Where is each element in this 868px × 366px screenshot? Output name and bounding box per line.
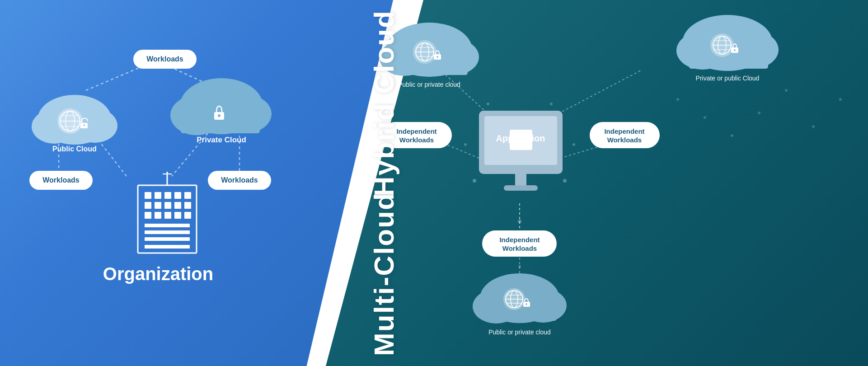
- svg-point-17: [83, 124, 85, 126]
- divider-text-area: Hybrid Cloud Multi-Cloud: [334, 0, 434, 366]
- svg-point-65: [785, 89, 788, 92]
- workloads-left-label: Workloads: [42, 176, 80, 184]
- svg-point-56: [572, 143, 575, 146]
- svg-point-57: [487, 103, 489, 105]
- svg-line-0: [86, 66, 145, 90]
- ind-workload-right-badge: [590, 122, 660, 148]
- svg-point-62: [704, 116, 706, 119]
- svg-rect-39: [164, 212, 171, 219]
- svg-point-63: [731, 134, 733, 137]
- svg-point-23: [218, 114, 221, 117]
- svg-rect-27: [145, 192, 151, 199]
- private-cloud-left: [170, 78, 272, 135]
- svg-rect-44: [145, 237, 190, 241]
- svg-point-103: [525, 303, 527, 305]
- svg-rect-29: [164, 192, 171, 199]
- svg-rect-41: [184, 212, 191, 219]
- svg-rect-33: [155, 202, 161, 209]
- svg-text:Workloads: Workloads: [502, 244, 537, 252]
- cloud-top-right-label: Private or public Cloud: [696, 75, 760, 82]
- main-container: Hybrid Cloud Multi-Cloud: [0, 0, 868, 366]
- svg-rect-40: [174, 212, 181, 219]
- svg-rect-37: [145, 212, 151, 219]
- hybrid-cloud-title: Hybrid Cloud: [370, 10, 398, 197]
- svg-rect-108: [504, 185, 538, 191]
- svg-rect-30: [174, 192, 181, 199]
- svg-rect-36: [184, 202, 191, 209]
- svg-rect-107: [515, 174, 526, 185]
- ind-workload-bottom-badge: [482, 230, 557, 257]
- svg-rect-34: [164, 202, 171, 209]
- svg-point-91: [734, 49, 736, 51]
- svg-point-55: [464, 143, 467, 146]
- org-label: Organization: [103, 264, 213, 284]
- diagram-svg: Public Cloud Private Cloud Workloads Wor…: [0, 0, 868, 366]
- svg-rect-31: [184, 192, 191, 199]
- svg-rect-42: [145, 224, 190, 227]
- cloud-bottom-right: [473, 273, 567, 324]
- svg-text:Independent: Independent: [499, 236, 540, 244]
- svg-rect-43: [145, 230, 190, 234]
- svg-rect-28: [155, 192, 161, 199]
- svg-rect-38: [155, 212, 161, 219]
- multi-cloud-title: Multi-Cloud: [370, 192, 398, 356]
- svg-rect-35: [174, 202, 181, 209]
- svg-point-54: [518, 220, 521, 223]
- svg-point-64: [758, 112, 760, 114]
- app-monitor: [479, 111, 563, 191]
- cloud-top-right-right: [676, 15, 779, 71]
- svg-point-67: [839, 98, 842, 101]
- svg-text:Workloads: Workloads: [607, 136, 642, 144]
- svg-point-60: [518, 265, 521, 268]
- org-building: [138, 172, 197, 253]
- public-cloud-left-label: Public Cloud: [52, 145, 97, 153]
- public-cloud-left: [32, 95, 117, 145]
- svg-point-79: [436, 56, 438, 58]
- svg-rect-45: [145, 245, 190, 249]
- svg-text:Independent: Independent: [604, 127, 644, 135]
- private-cloud-left-label: Private Cloud: [197, 136, 246, 144]
- svg-rect-32: [145, 202, 151, 209]
- svg-point-66: [812, 125, 815, 128]
- workloads-right-label: Workloads: [221, 176, 258, 184]
- svg-point-58: [550, 103, 553, 105]
- svg-point-61: [676, 98, 679, 101]
- workloads-top-label: Workloads: [146, 55, 183, 63]
- svg-point-53: [563, 179, 567, 183]
- svg-point-52: [473, 179, 476, 183]
- app-label: Application: [496, 133, 545, 143]
- cloud-bottom-label: Public or private cloud: [488, 328, 551, 336]
